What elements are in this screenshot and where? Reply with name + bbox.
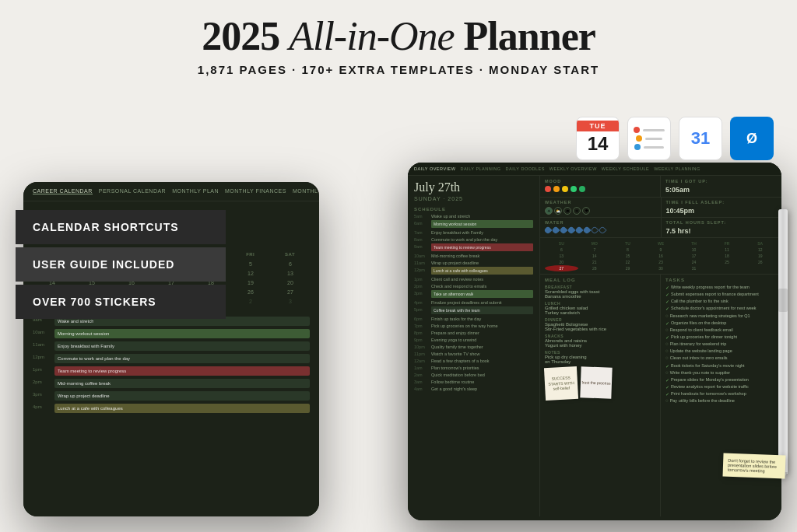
tl-nav-trackers: MONTHLY TRACKERS <box>293 188 319 194</box>
feature-guide: USER GUIDE INCLUDED <box>16 247 226 282</box>
sticky-note: Don't forget to review the presentation … <box>723 453 786 479</box>
task-text: Book tickets for Saturday's movie night <box>671 363 745 369</box>
tr-sched-time: 10am <box>414 253 428 258</box>
task-text: Submit expenses report to finance depart… <box>671 292 759 297</box>
meal-name: Yogurt with honey <box>545 343 655 348</box>
meal-name: Banana smoothie <box>545 294 655 299</box>
tr-mood-section: MOOD <box>540 176 661 197</box>
tr-nav-daily-planning: DAILY PLANNING <box>460 166 500 171</box>
mood-dot-1 <box>545 186 551 192</box>
tr-nav-daily-doodles: DAILY DOODLES <box>506 166 545 171</box>
tr-nav-daily-overview: DAILY OVERVIEW <box>414 166 455 171</box>
tr-water-row: WATER TOTAL HOURS SL <box>540 218 781 238</box>
tr-schedule-label: SCHEDULE <box>408 205 539 213</box>
note-card-text-1: SUCCESS STARTS WITH self-belief <box>545 375 578 392</box>
tr-nav-weekly-schedule: WEEKLY SCHEDULE <box>602 166 649 171</box>
tr-sched-bar: Lunch at a cafe with colleagues <box>431 267 533 275</box>
tr-mini-cal-day: 28 <box>578 265 612 271</box>
tr-sched-bar: Take an afternoon walk <box>431 290 533 298</box>
meal-name: Stir-Fried vegetables with rice <box>545 327 655 331</box>
tr-sched-item: 3am Follow bedtime routine <box>414 379 533 384</box>
water-drop-5 <box>574 226 583 234</box>
reminder-dot-orange <box>636 135 642 142</box>
tr-mini-cal-day: 11 <box>711 247 744 253</box>
time-got-up-value: 5:05am <box>665 186 777 194</box>
tr-sched-item: 5pm Coffee break with the team <box>414 306 533 314</box>
tr-sched-time: 2am <box>414 372 428 377</box>
task-item: ○ Respond to client feedback email <box>665 327 777 333</box>
tr-sched-item: 10am Mid-morning coffee break <box>414 253 533 258</box>
tr-left-col: July 27th SUNDAY · 2025 SCHEDULE 5am Wak… <box>408 176 540 516</box>
sleep-value: 10:45pm <box>666 207 778 215</box>
tr-date-sub: SUNDAY · 2025 <box>408 196 539 205</box>
task-item: ○ Plan itinerary for weekend trip <box>665 341 777 347</box>
tr-mini-cal-day: 21 <box>578 259 612 265</box>
tr-date-heading: July 27th <box>408 176 539 196</box>
tr-sched-time: 4am <box>414 386 428 391</box>
gcal-label: 31 <box>691 128 710 149</box>
tr-sched-plain: Check and respond to emails <box>431 283 533 289</box>
outlook-label: Ø <box>746 131 757 147</box>
tr-meal-section: MEAL LOG BREAKFAST Scrambled eggs with t… <box>540 275 661 516</box>
tl-cal-day: 6 <box>271 260 310 268</box>
note-card-2: trust the process <box>580 366 612 398</box>
tl-event-text: Lunch at a cafe with colleagues <box>58 406 123 411</box>
mood-dot-4 <box>571 186 577 192</box>
tr-sched-time: 1am <box>414 365 428 370</box>
tr-mini-cal-day: 14 <box>578 253 612 259</box>
weather-icon-3: 🌧 <box>564 207 571 215</box>
tl-nav-finances: MONTHLY FINANCES <box>225 188 286 194</box>
tl-event-text: Commute to work and plan the day <box>58 356 130 361</box>
tl-event-text: Wrap up project deadline <box>58 394 110 398</box>
meal-breakfast: BREAKFAST Scrambled eggs with toast Bana… <box>545 285 655 299</box>
tr-sched-time: 8am <box>414 236 428 242</box>
water-drop-3 <box>559 226 567 234</box>
tl-cal-day: 2 <box>231 297 270 306</box>
apple-calendar-icon: TUE 14 <box>576 117 620 160</box>
google-calendar-icon: 31 <box>679 117 722 160</box>
tr-sched-plain: Watch a favorite TV show <box>431 351 533 356</box>
task-text: Clean out inbox to zero emails <box>670 355 728 361</box>
tr-sched-plain: Client call and review notes <box>431 276 533 282</box>
tl-sched-item: 4pm Lunch at a cafe with colleagues <box>33 404 310 413</box>
task-text: Plan itinerary for weekend trip <box>670 341 727 347</box>
task-check-empty: ○ <box>665 341 669 346</box>
tr-mini-cal-day: 19 <box>743 253 777 259</box>
task-item: ○ Write thank-you note to supplier <box>665 370 777 376</box>
tr-sched-item: 12pm Lunch at a cafe with colleagues <box>414 267 533 275</box>
tr-sched-time: 1pm <box>414 276 428 282</box>
weather-icon-2: ⛅ <box>554 207 562 215</box>
tl-sched-item: 1pm Team meeting to review progress <box>33 366 310 376</box>
task-text: Review analytics report for website traf… <box>671 384 749 390</box>
meal-lunch: LUNCH Grilled chicken salad Turkey sandw… <box>545 301 655 315</box>
tr-mini-cal-grid: SU MO TU WE TH FR SA 6 7 8 9 10 11 12 <box>545 240 777 271</box>
tr-sched-item: 5am Wake up and stretch <box>414 213 533 219</box>
tl-sched-item: 2pm Mid-morning coffee break <box>33 379 310 388</box>
tl-time: 4pm <box>33 404 50 409</box>
tl-sched-item: 11am Enjoy breakfast with Family <box>33 341 310 351</box>
app-icons-group: TUE 14 31 Ø <box>576 117 774 160</box>
features-list: CALENDAR SHORTCUTS USER GUIDE INCLUDED O… <box>16 210 226 322</box>
tr-mini-cal-day: 8 <box>611 247 644 253</box>
task-item: ○ Pay utility bills before the deadline <box>665 398 777 404</box>
tr-mini-cal-hd: TH <box>677 240 711 247</box>
note-card-text-2: trust the process <box>581 380 610 386</box>
tl-event-text: Team meeting to review progress <box>58 369 126 373</box>
task-item: ○ Clean out inbox to zero emails <box>665 355 777 361</box>
task-item: ✓ Print handouts for tomorrow's workshop <box>665 391 777 397</box>
task-check: ✓ <box>665 334 669 340</box>
tr-time-section: TIME I GOT UP: 5:05am <box>661 176 781 197</box>
task-text: Write weekly progress report for the tea… <box>671 285 750 290</box>
water-drop-1 <box>543 226 552 234</box>
tr-sched-time: 12am <box>414 358 428 363</box>
tr-sched-plain: Finalize project deadlines and submit <box>431 299 533 305</box>
tr-sched-text: Lunch at a cafe with colleagues <box>434 268 488 273</box>
water-drop-8 <box>598 226 606 234</box>
tl-event: Commute to work and plan the day <box>54 354 310 363</box>
stylus <box>778 209 788 474</box>
tr-sched-plain: Finish up tasks for the day <box>431 316 533 321</box>
tr-mini-cal-hd: FR <box>711 240 744 247</box>
tr-sched-text: Team meeting to review progress <box>434 245 491 250</box>
task-text: Research new marketing strategies for Q1 <box>670 313 750 319</box>
tl-event-text: Morning workout session <box>58 331 109 336</box>
